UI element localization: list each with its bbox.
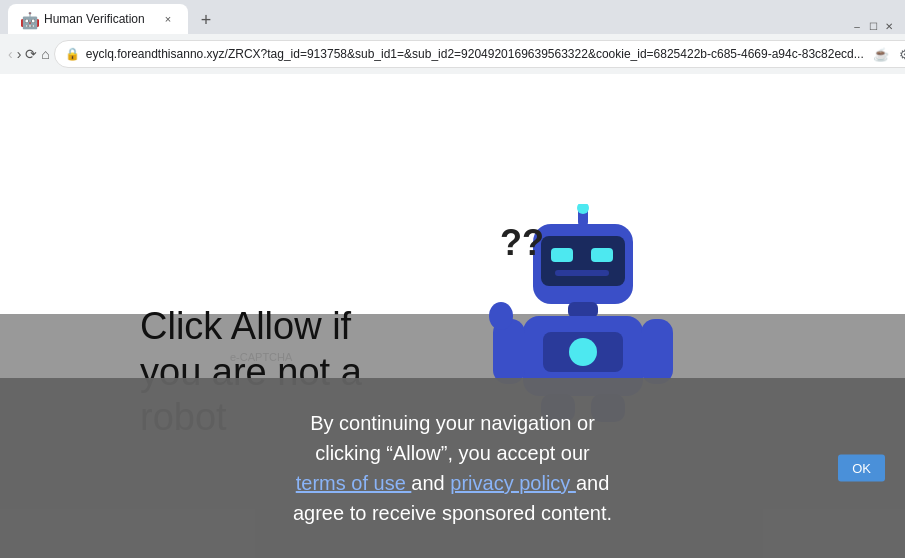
lock-icon: 🔒 [65,47,80,61]
address-bar[interactable]: 🔒 eyclq.foreandthisanno.xyz/ZRCX?tag_id=… [54,40,905,68]
tab-bar: 🤖 Human Verification × + – ☐ ✕ [0,0,905,34]
new-tab-button[interactable]: + [192,6,220,34]
bookmark-icon[interactable]: ☕ [870,43,892,65]
terms-of-use-link[interactable]: terms of use [296,472,412,494]
page-content: ?? [0,74,905,558]
address-actions: ☕ ⚙ [870,43,905,65]
back-button[interactable]: ‹ [8,40,13,68]
svg-rect-2 [551,248,573,262]
tab-favicon: 🤖 [20,11,36,27]
consent-and2: and [576,472,609,494]
extensions-icon[interactable]: ⚙ [894,43,905,65]
ok-button[interactable]: OK [838,455,885,482]
tab-close-button[interactable]: × [160,11,176,27]
svg-point-10 [569,338,597,366]
consent-dialog: By continuing your navigation or clickin… [0,378,905,558]
click-allow-line1: Click Allow if [140,304,460,350]
svg-rect-7 [568,302,598,318]
browser-tab[interactable]: 🤖 Human Verification × [8,4,188,34]
consent-line1: By continuing your navigation or [310,412,595,434]
page-white-area [0,74,905,314]
consent-and1: and [411,472,444,494]
maximize-button[interactable]: ☐ [865,18,881,34]
close-button[interactable]: ✕ [881,18,897,34]
svg-point-12 [489,302,513,330]
home-button[interactable]: ⌂ [41,40,49,68]
consent-text: By continuing your navigation or clickin… [60,408,845,528]
tab-title: Human Verification [44,12,152,26]
refresh-button[interactable]: ⟳ [25,40,37,68]
privacy-policy-link[interactable]: privacy policy [450,472,576,494]
svg-rect-4 [555,270,609,276]
url-text: eyclq.foreandthisanno.xyz/ZRCX?tag_id=91… [86,47,864,61]
consent-line2: clicking “Allow”, you accept our [315,442,590,464]
question-marks: ?? [500,222,544,264]
svg-rect-13 [641,319,673,384]
nav-bar: ‹ › ⟳ ⌂ 🔒 eyclq.foreandthisanno.xyz/ZRCX… [0,34,905,74]
consent-line4: agree to receive sponsored content. [293,502,612,524]
minimize-button[interactable]: – [849,18,865,34]
browser-frame: 🤖 Human Verification × + – ☐ ✕ ‹ › ⟳ ⌂ 🔒… [0,0,905,558]
forward-button[interactable]: › [17,40,22,68]
svg-rect-3 [591,248,613,262]
